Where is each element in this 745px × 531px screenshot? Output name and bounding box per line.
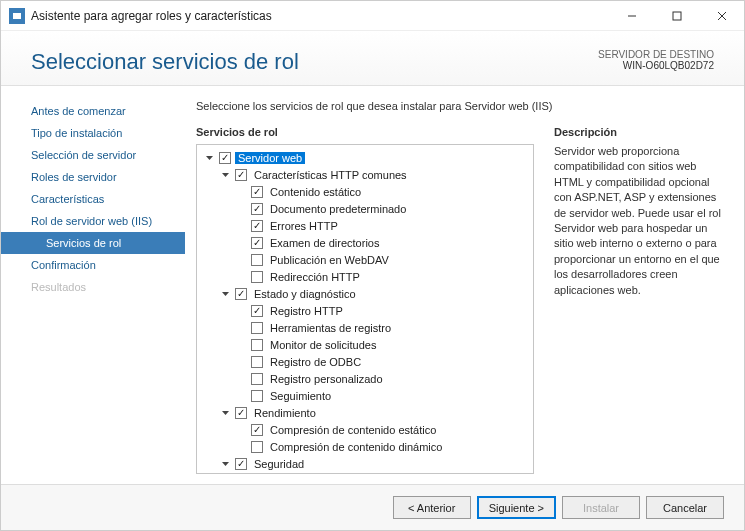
page-title: Seleccionar servicios de rol [31, 49, 299, 75]
tree-row[interactable]: Redirección HTTP [231, 268, 531, 285]
header: Seleccionar servicios de rol SERVIDOR DE… [1, 31, 744, 86]
tree-node-label[interactable]: Características HTTP comunes [251, 169, 410, 181]
checkbox[interactable] [235, 458, 247, 470]
tree-row[interactable]: Herramientas de registro [231, 319, 531, 336]
roles-title: Servicios de rol [196, 126, 534, 138]
tree-row[interactable]: Características HTTP comunes [215, 166, 531, 183]
tree-node-label[interactable]: Contenido estático [267, 186, 364, 198]
tree-node-label[interactable]: Compresión de contenido dinámico [267, 441, 445, 453]
checkbox[interactable] [235, 407, 247, 419]
tree-row[interactable]: Registro HTTP [231, 302, 531, 319]
svg-rect-3 [673, 12, 681, 20]
maximize-button[interactable] [654, 1, 699, 31]
nav-item[interactable]: Selección de servidor [1, 144, 185, 166]
tree-node-label[interactable]: Registro HTTP [267, 305, 346, 317]
roles-column: Servicios de rol Servidor webCaracteríst… [196, 126, 534, 474]
nav-item[interactable]: Tipo de instalación [1, 122, 185, 144]
tree-row[interactable]: Estado y diagnóstico [215, 285, 531, 302]
checkbox[interactable] [251, 237, 263, 249]
tree-node-label[interactable]: Redirección HTTP [267, 271, 363, 283]
tree-row[interactable]: Seguimiento [231, 387, 531, 404]
window-title: Asistente para agregar roles y caracterí… [31, 9, 609, 23]
tree-row[interactable]: Rendimiento [215, 404, 531, 421]
tree-row[interactable]: Compresión de contenido estático [231, 421, 531, 438]
tree-node-label[interactable]: Registro personalizado [267, 373, 386, 385]
tree-node-label[interactable]: Compresión de contenido estático [267, 424, 439, 436]
svg-rect-1 [13, 13, 21, 19]
tree-node-label[interactable]: Monitor de solicitudes [267, 339, 379, 351]
checkbox[interactable] [235, 169, 247, 181]
tree-node-label[interactable]: Servidor web [235, 152, 305, 164]
nav-sidebar: Antes de comenzarTipo de instalaciónSele… [1, 86, 186, 484]
minimize-button[interactable] [609, 1, 654, 31]
nav-item[interactable]: Roles de servidor [1, 166, 185, 188]
checkbox[interactable] [219, 152, 231, 164]
checkbox[interactable] [251, 441, 263, 453]
install-button[interactable]: Instalar [562, 496, 640, 519]
checkbox[interactable] [251, 322, 263, 334]
tree-row[interactable]: Documento predeterminado [231, 200, 531, 217]
checkbox[interactable] [251, 203, 263, 215]
tree-row[interactable]: Monitor de solicitudes [231, 336, 531, 353]
collapse-icon[interactable] [219, 288, 231, 300]
tree-row[interactable]: Contenido estático [231, 183, 531, 200]
tree-node-label[interactable]: Seguridad [251, 458, 307, 470]
tree-node-label[interactable]: Errores HTTP [267, 220, 341, 232]
checkbox[interactable] [251, 339, 263, 351]
checkbox[interactable] [251, 424, 263, 436]
tree-node-label[interactable]: Documento predeterminado [267, 203, 409, 215]
checkbox[interactable] [251, 305, 263, 317]
window-controls [609, 1, 744, 31]
checkbox[interactable] [251, 271, 263, 283]
collapse-icon[interactable] [219, 458, 231, 470]
next-button[interactable]: Siguiente > [477, 496, 556, 519]
destination-server: WIN-O60LQB02D72 [598, 60, 714, 71]
tree-node-label[interactable]: Rendimiento [251, 407, 319, 419]
cancel-button[interactable]: Cancelar [646, 496, 724, 519]
instruction-text: Seleccione los servicios de rol que dese… [196, 100, 724, 112]
destination-label: SERVIDOR DE DESTINO [598, 49, 714, 60]
tree-node-label[interactable]: Herramientas de registro [267, 322, 394, 334]
nav-item: Resultados [1, 276, 185, 298]
checkbox[interactable] [251, 186, 263, 198]
main-content: Seleccione los servicios de rol que dese… [186, 86, 744, 484]
roles-tree[interactable]: Servidor webCaracterísticas HTTP comunes… [196, 144, 534, 474]
tree-node-label[interactable]: Registro de ODBC [267, 356, 364, 368]
description-title: Descripción [554, 126, 724, 138]
tree-row[interactable]: Registro personalizado [231, 370, 531, 387]
checkbox[interactable] [235, 288, 247, 300]
wizard-window: Asistente para agregar roles y caracterí… [0, 0, 745, 531]
destination-info: SERVIDOR DE DESTINO WIN-O60LQB02D72 [598, 49, 714, 71]
tree-row[interactable]: Servidor web [199, 149, 531, 166]
description-text: Servidor web proporciona compatibilidad … [554, 144, 724, 298]
nav-item[interactable]: Antes de comenzar [1, 100, 185, 122]
nav-item[interactable]: Características [1, 188, 185, 210]
tree-row[interactable]: Publicación en WebDAV [231, 251, 531, 268]
previous-button[interactable]: < Anterior [393, 496, 471, 519]
checkbox[interactable] [251, 356, 263, 368]
checkbox[interactable] [251, 390, 263, 402]
tree-node-label[interactable]: Publicación en WebDAV [267, 254, 392, 266]
checkbox[interactable] [251, 220, 263, 232]
nav-item[interactable]: Confirmación [1, 254, 185, 276]
app-icon [9, 8, 25, 24]
tree-row[interactable]: Errores HTTP [231, 217, 531, 234]
close-button[interactable] [699, 1, 744, 31]
tree-row[interactable]: Registro de ODBC [231, 353, 531, 370]
nav-item[interactable]: Servicios de rol [1, 232, 185, 254]
collapse-icon[interactable] [219, 407, 231, 419]
tree-node-label[interactable]: Examen de directorios [267, 237, 382, 249]
description-column: Descripción Servidor web proporciona com… [554, 126, 724, 474]
tree-node-label[interactable]: Estado y diagnóstico [251, 288, 359, 300]
nav-item[interactable]: Rol de servidor web (IIS) [1, 210, 185, 232]
tree-row[interactable]: Examen de directorios [231, 234, 531, 251]
collapse-icon[interactable] [219, 169, 231, 181]
tree-row[interactable]: Seguridad [215, 455, 531, 472]
body: Antes de comenzarTipo de instalaciónSele… [1, 86, 744, 484]
titlebar: Asistente para agregar roles y caracterí… [1, 1, 744, 31]
checkbox[interactable] [251, 373, 263, 385]
tree-node-label[interactable]: Seguimiento [267, 390, 334, 402]
collapse-icon[interactable] [203, 152, 215, 164]
checkbox[interactable] [251, 254, 263, 266]
tree-row[interactable]: Compresión de contenido dinámico [231, 438, 531, 455]
